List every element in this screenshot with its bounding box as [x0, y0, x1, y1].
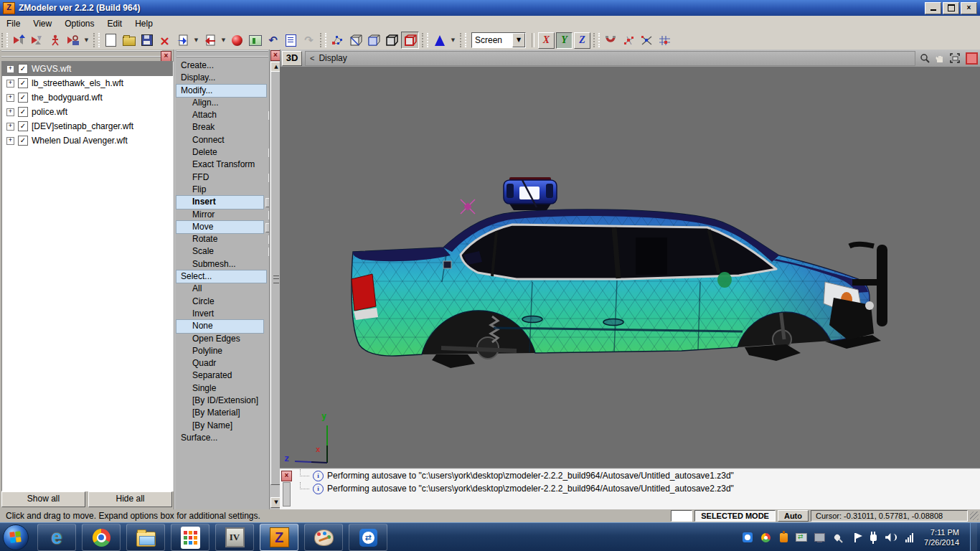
taskbar-zmodeler[interactable]: Z [260, 524, 298, 551]
cmd-select-polyline[interactable]: Polyline [176, 345, 266, 357]
cmd-select-all[interactable]: All [176, 283, 266, 295]
minimize-button[interactable] [925, 2, 941, 14]
panel-drag-handle[interactable] [1, 50, 162, 57]
cmd-select-single[interactable]: Single [176, 382, 266, 395]
cmd-create[interactable]: Create... [176, 60, 266, 72]
cmd-select-open-edges[interactable]: Open Edges [176, 333, 266, 345]
axis-y-button[interactable]: Y [556, 32, 573, 49]
viewport-mode-button[interactable]: 3D [282, 51, 302, 66]
taskbar-clock[interactable]: 7:11 PM 7/26/2014 [924, 527, 959, 547]
magnet-snap-icon[interactable] [603, 32, 619, 48]
pan-hand-icon[interactable] [933, 52, 946, 65]
start-button[interactable] [3, 524, 29, 550]
vertices-mode-icon[interactable] [329, 32, 346, 48]
power-tray-icon[interactable] [867, 532, 879, 543]
tree-row[interactable]: + ✓ WGVS.wft [2, 62, 173, 76]
cmd-attach[interactable]: Attach [176, 109, 266, 121]
expand-icon[interactable]: + [6, 123, 14, 131]
menu-options[interactable]: Options [58, 17, 100, 30]
axes-cone-icon[interactable] [431, 32, 448, 48]
open-file-icon[interactable] [121, 32, 137, 48]
hide-all-button[interactable]: Hide all [88, 491, 172, 507]
log-window-icon[interactable] [283, 32, 299, 48]
selected-mode-icon[interactable] [401, 32, 419, 49]
cmd-select[interactable]: Select... [176, 270, 266, 283]
fit-view-icon[interactable] [948, 52, 961, 65]
menu-edit[interactable]: Edit [101, 17, 129, 30]
close-log-panel-button[interactable]: × [281, 471, 292, 481]
visibility-checkbox[interactable]: ✓ [18, 136, 28, 146]
export-dropdown-icon[interactable]: ▼ [220, 32, 227, 48]
toolbar-grip[interactable] [460, 33, 466, 47]
viewport-maximize-toggle[interactable] [966, 52, 978, 65]
cmd-select-quadr[interactable]: Quadr [176, 357, 266, 369]
cmd-exact-transform[interactable]: Exact Transform [176, 159, 266, 171]
toolbar-grip[interactable] [320, 33, 326, 47]
select-filter-down-icon[interactable] [29, 32, 45, 48]
log-scrollbar[interactable] [283, 482, 291, 507]
axes-dropdown-icon[interactable]: ▼ [449, 32, 457, 48]
select-filter-up-icon[interactable] [11, 32, 27, 48]
zoom-icon[interactable] [918, 52, 931, 65]
cmd-scale[interactable]: Scale [176, 245, 266, 258]
visibility-checkbox[interactable]: ✓ [18, 107, 28, 117]
screen-mode-combobox[interactable]: Screen ▼ [471, 32, 526, 48]
menu-view[interactable]: View [27, 17, 58, 30]
taskbar-chrome[interactable] [82, 524, 121, 551]
toolbar-grip[interactable] [93, 33, 100, 47]
visibility-checkbox[interactable]: ✓ [18, 93, 28, 103]
viewport-3d[interactable]: y z x [280, 67, 980, 468]
expand-icon[interactable]: + [6, 80, 14, 88]
polygons-mode-icon[interactable] [365, 32, 382, 48]
taskbar-teamviewer[interactable]: ⇄ [349, 524, 387, 551]
snap-grid-icon[interactable] [656, 32, 673, 48]
tree-row[interactable]: + ✓ Whelen Dual Avenger.wft [2, 133, 173, 148]
sync-tray-icon[interactable]: ⇄ [796, 532, 807, 543]
expand-icon[interactable]: + [6, 137, 14, 145]
show-desktop-button[interactable] [970, 523, 977, 551]
snap-vertex-icon[interactable] [621, 32, 637, 48]
axis-z-button[interactable]: Z [574, 32, 590, 49]
cmd-select-invert[interactable]: Invert [176, 308, 266, 320]
combobox-dropdown-icon[interactable]: ▼ [512, 33, 525, 47]
material-editor-icon[interactable] [229, 32, 245, 48]
taskbar-paint[interactable] [304, 524, 343, 551]
visibility-checkbox[interactable]: ✓ [18, 78, 28, 88]
cmd-rotate[interactable]: Rotate [176, 233, 266, 245]
display-tray-icon[interactable] [814, 532, 825, 543]
axis-x-button[interactable]: X [538, 32, 555, 49]
import-icon[interactable] [174, 32, 191, 48]
network-tray-icon[interactable] [903, 532, 915, 543]
toolbar-grip[interactable] [593, 33, 600, 47]
cmd-align[interactable]: Align... [176, 97, 266, 109]
cmd-surface[interactable]: Surface... [176, 432, 266, 444]
filter-settings-icon[interactable] [65, 32, 81, 48]
animate-figure-icon[interactable] [47, 32, 63, 48]
import-dropdown-icon[interactable]: ▼ [192, 32, 200, 48]
cmd-delete[interactable]: Delete [176, 146, 266, 159]
restore-button[interactable] [943, 2, 959, 14]
toolbar-grip[interactable] [422, 33, 428, 47]
cmd-select-none[interactable]: None [176, 320, 263, 332]
tree-row[interactable]: + ✓ lb_streethawk_els_h.wft [2, 76, 173, 90]
visibility-checkbox[interactable]: ✓ [18, 121, 28, 131]
volume-tray-icon[interactable] [885, 532, 897, 543]
menu-file[interactable]: File [0, 17, 27, 30]
tree-row[interactable]: + ✓ the_bodyguard.wft [2, 90, 173, 105]
show-all-button[interactable]: Show all [1, 491, 85, 507]
flag-tray-icon[interactable] [849, 532, 861, 543]
cmd-display[interactable]: Display... [176, 72, 266, 84]
cmd-insert[interactable]: Insert [176, 196, 263, 208]
cmd-select-by-material[interactable]: [By Material] [176, 407, 266, 419]
cmd-select-separated[interactable]: Separated [176, 369, 266, 382]
new-file-icon[interactable] [103, 32, 119, 48]
cmd-mirror[interactable]: Mirror [176, 209, 266, 221]
filter-dropdown-icon[interactable]: ▼ [83, 32, 90, 48]
close-objects-panel-button[interactable]: × [161, 51, 171, 62]
delete-icon[interactable]: × [156, 32, 173, 48]
cmd-select-circle[interactable]: Circle [176, 296, 266, 308]
texture-browser-icon[interactable] [247, 32, 263, 48]
cmd-modify[interactable]: Modify... [176, 85, 266, 97]
car-model[interactable] [280, 67, 980, 468]
panel-drag-handle[interactable] [176, 50, 268, 57]
